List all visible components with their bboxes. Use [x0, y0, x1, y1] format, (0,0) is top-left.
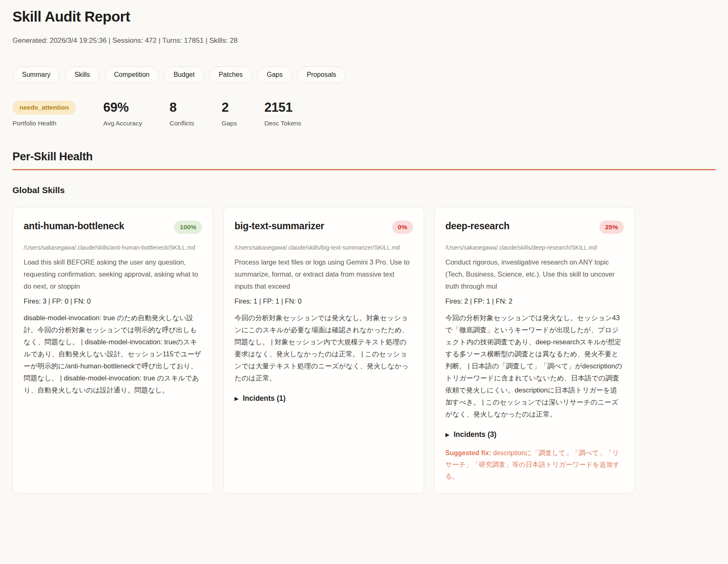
- fires-stats: Fires: 3 | FP: 0 | FN: 0: [24, 297, 202, 305]
- incidents-toggle[interactable]: ▶ Incidents (1): [235, 394, 413, 403]
- tab-summary[interactable]: Summary: [12, 66, 60, 83]
- skill-description: Conduct rigorous, investigative research…: [445, 256, 624, 292]
- skill-name: anti-human-bottleneck: [24, 221, 124, 232]
- incidents-toggle[interactable]: ▶ Incidents (3): [445, 430, 624, 439]
- skill-name: deep-research: [445, 221, 510, 232]
- skill-audit-report-page: Skill Audit Report Generated: 2026/3/4 1…: [0, 0, 728, 518]
- subsection-global-skills: Global Skills: [12, 185, 716, 195]
- section-title-per-skill-health: Per-Skill Health: [12, 150, 716, 170]
- fires-stats: Fires: 1 | FP: 1 | FN: 0: [235, 297, 413, 305]
- skill-description: Load this skill BEFORE asking the user a…: [24, 256, 202, 292]
- stat-value: 2: [222, 100, 229, 115]
- incidents-label: Incidents (1): [243, 394, 286, 403]
- skill-description: Process large text files or logs using G…: [235, 256, 413, 292]
- stats-row: needs_attention Portfolio Health 69% Avg…: [12, 98, 716, 127]
- skill-review: 今回の分析対象セッションでは発火なし。対象セッションにこのスキルが必要な場面は確…: [235, 312, 413, 384]
- accuracy-badge: 25%: [599, 221, 624, 234]
- skill-card-anti-human-bottleneck: anti-human-bottleneck 100% /Users/sakase…: [12, 207, 213, 493]
- stat-label: Conflicts: [169, 120, 194, 127]
- card-header: deep-research 25%: [445, 221, 624, 234]
- skill-path: /Users/sakasegawa/.claude/skills/big-tex…: [235, 243, 413, 252]
- stat-label: Portfolio Health: [12, 120, 76, 127]
- stat-label: Gaps: [222, 120, 237, 127]
- stat-value: 69%: [103, 100, 129, 115]
- stat-avg-accuracy: 69% Avg Accuracy: [103, 98, 142, 127]
- suggested-fix: Suggested fix: descriptionに「調査して」「調べて」「リ…: [445, 447, 624, 482]
- tab-gaps[interactable]: Gaps: [257, 66, 292, 83]
- disclosure-triangle-icon: ▶: [445, 432, 450, 438]
- tab-bar: Summary Skills Competition Budget Patche…: [12, 66, 716, 83]
- disclosure-triangle-icon: ▶: [235, 395, 239, 402]
- portfolio-health-badge: needs_attention: [12, 101, 76, 115]
- tab-patches[interactable]: Patches: [209, 66, 252, 83]
- tab-proposals[interactable]: Proposals: [297, 66, 346, 83]
- card-header: anti-human-bottleneck 100%: [24, 221, 202, 234]
- tab-skills[interactable]: Skills: [65, 66, 99, 83]
- stat-gaps: 2 Gaps: [222, 98, 237, 127]
- stat-desc-tokens: 2151 Desc Tokens: [264, 98, 301, 127]
- skill-path: /Users/sakasegawa/.claude/skills/anti-hu…: [24, 243, 202, 252]
- skill-card-big-text-summarizer: big-text-summarizer 0% /Users/sakasegawa…: [223, 207, 424, 493]
- report-meta: Generated: 2026/3/4 19:25:36 | Sessions:…: [12, 37, 716, 45]
- stat-label: Desc Tokens: [264, 120, 301, 127]
- page-title: Skill Audit Report: [12, 8, 716, 25]
- suggested-fix-label: Suggested fix:: [445, 449, 491, 456]
- skill-path: /Users/sakasegawa/.claude/skills/deep-re…: [445, 243, 624, 252]
- stat-conflicts: 8 Conflicts: [169, 98, 194, 127]
- fires-stats: Fires: 2 | FP: 1 | FN: 2: [445, 297, 624, 305]
- skill-review: disable-model-invocation: true のため自動発火しな…: [24, 312, 202, 396]
- accuracy-badge: 100%: [174, 221, 202, 234]
- skill-cards-grid: anti-human-bottleneck 100% /Users/sakase…: [12, 207, 716, 493]
- accuracy-badge: 0%: [392, 221, 413, 234]
- tab-competition[interactable]: Competition: [105, 66, 159, 83]
- stat-portfolio-health: needs_attention Portfolio Health: [12, 98, 76, 127]
- stat-value: 2151: [264, 100, 293, 115]
- stat-label: Avg Accuracy: [103, 120, 142, 127]
- stat-value: 8: [169, 100, 176, 115]
- skill-card-deep-research: deep-research 25% /Users/sakasegawa/.cla…: [434, 207, 635, 493]
- skill-review: 今回の分析対象セッションでは発火なし。セッション43で「徹底調査」というキーワー…: [445, 312, 624, 420]
- tab-budget[interactable]: Budget: [164, 66, 204, 83]
- incidents-label: Incidents (3): [454, 430, 496, 439]
- skill-name: big-text-summarizer: [235, 221, 324, 232]
- card-header: big-text-summarizer 0%: [235, 221, 413, 234]
